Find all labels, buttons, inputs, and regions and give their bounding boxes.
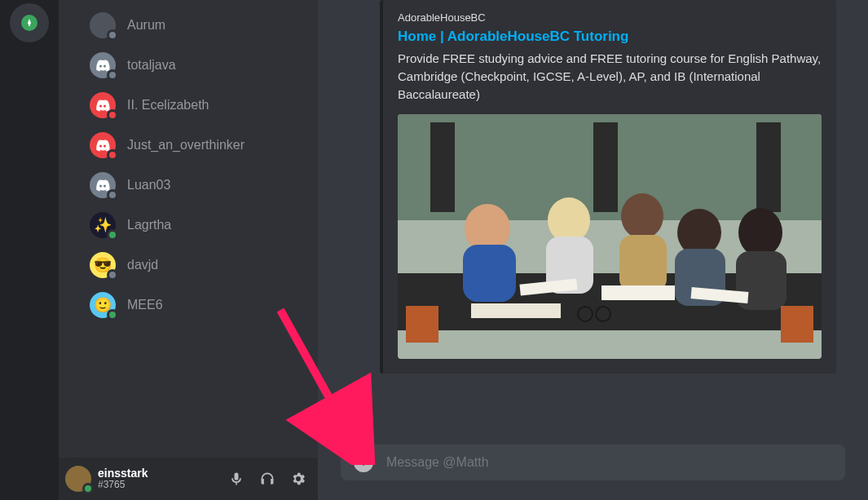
member-item[interactable]: Just_an_overthinker <box>83 127 311 163</box>
member-name: II. Ecelizabeth <box>127 98 209 113</box>
chat-scroll-area[interactable]: AdorableHouseBC Home | AdorableHouseBC T… <box>318 0 868 445</box>
self-username: einsstark <box>98 467 223 480</box>
member-item[interactable]: ✨Lagrtha <box>83 207 311 243</box>
embed-description: Provide FREE studying advice and FREE tu… <box>398 50 822 103</box>
plus-icon <box>358 457 369 468</box>
status-dot <box>107 269 118 281</box>
svg-rect-4 <box>430 122 455 212</box>
compass-icon <box>20 13 39 33</box>
member-avatar <box>90 52 116 78</box>
servers-column <box>0 0 59 500</box>
member-list: AurumtotaljavaII. EcelizabethJust_an_ove… <box>59 0 318 458</box>
attach-button[interactable] <box>354 453 373 472</box>
member-item[interactable]: Aurum <box>83 7 311 43</box>
message-embed: AdorableHouseBC Home | AdorableHouseBC T… <box>380 0 836 374</box>
member-avatar <box>90 132 116 158</box>
status-dot <box>107 109 118 121</box>
gear-icon <box>290 471 306 487</box>
member-avatar: 😎 <box>90 252 116 278</box>
composer-area <box>318 445 868 500</box>
embed-site-name: AdorableHouseBC <box>398 11 822 24</box>
member-name: Luan03 <box>127 178 170 192</box>
member-item[interactable]: Luan03 <box>83 167 311 203</box>
user-panel: einsstark #3765 <box>59 458 318 500</box>
status-dot <box>107 69 118 81</box>
settings-button[interactable] <box>285 466 311 492</box>
study-photo-icon <box>398 114 822 359</box>
member-item[interactable]: II. Ecelizabeth <box>83 87 311 123</box>
main-column: AdorableHouseBC Home | AdorableHouseBC T… <box>318 0 868 500</box>
svg-rect-24 <box>781 306 813 343</box>
server-explore-button[interactable] <box>10 3 49 42</box>
svg-rect-5 <box>593 122 618 212</box>
self-status-dot <box>82 483 94 494</box>
self-info[interactable]: einsstark #3765 <box>98 467 223 491</box>
member-avatar <box>90 92 116 118</box>
svg-point-16 <box>738 208 782 257</box>
microphone-icon <box>228 471 245 487</box>
status-dot <box>107 189 118 201</box>
member-item[interactable]: 🙂MEE6 <box>83 287 311 323</box>
member-avatar: 🙂 <box>90 292 116 318</box>
member-name: Aurum <box>127 18 165 33</box>
svg-rect-19 <box>601 285 675 300</box>
svg-point-12 <box>621 193 663 239</box>
deafen-button[interactable] <box>254 466 280 492</box>
status-dot <box>107 149 118 161</box>
embed-image[interactable] <box>398 114 822 359</box>
svg-rect-13 <box>619 235 667 292</box>
member-name: Just_an_overthinker <box>127 138 245 153</box>
svg-rect-25 <box>406 306 438 343</box>
status-dot <box>107 29 118 41</box>
svg-rect-21 <box>471 303 561 318</box>
headphones-icon <box>259 471 275 487</box>
mute-button[interactable] <box>223 466 249 492</box>
svg-rect-6 <box>756 122 781 212</box>
member-avatar <box>90 12 116 38</box>
member-name: davjd <box>127 258 158 272</box>
status-dot <box>107 229 118 241</box>
self-tag: #3765 <box>98 480 223 490</box>
member-name: Lagrtha <box>127 218 171 232</box>
self-avatar[interactable] <box>65 466 91 492</box>
svg-point-10 <box>548 197 590 243</box>
member-name: MEE6 <box>127 298 163 312</box>
member-avatar <box>90 172 116 198</box>
message-input[interactable] <box>386 455 832 470</box>
channels-column: AurumtotaljavaII. EcelizabethJust_an_ove… <box>59 0 318 500</box>
member-item[interactable]: 😎davjd <box>83 247 311 283</box>
member-avatar: ✨ <box>90 212 116 238</box>
status-dot <box>107 309 118 321</box>
member-item[interactable]: totaljava <box>83 47 311 83</box>
message-composer[interactable] <box>341 445 845 480</box>
svg-rect-9 <box>463 245 516 302</box>
user-panel-controls <box>223 466 311 492</box>
embed-title-link[interactable]: Home | AdorableHouseBC Tutoring <box>398 29 822 45</box>
member-name: totaljava <box>127 58 176 73</box>
